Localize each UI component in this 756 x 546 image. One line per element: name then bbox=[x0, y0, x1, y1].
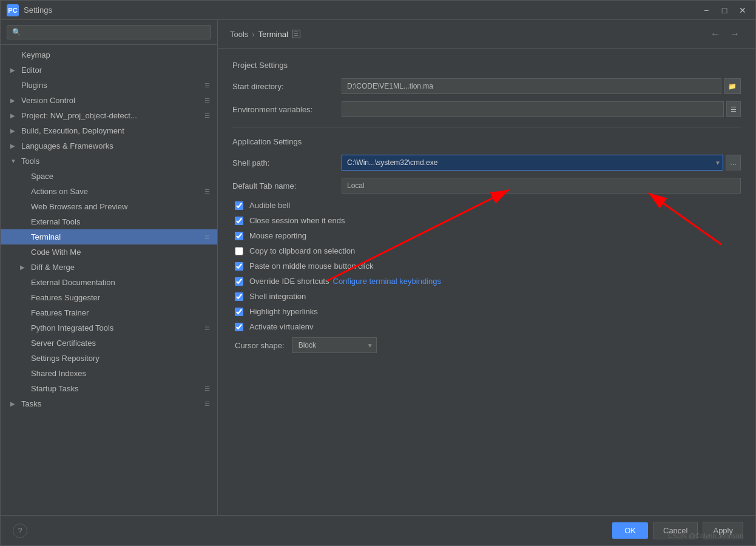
start-directory-browse-button[interactable]: 📁 bbox=[724, 78, 741, 94]
expanded-arrow-icon: ▼ bbox=[10, 158, 19, 164]
shell-integration-checkbox[interactable] bbox=[235, 292, 243, 301]
collapsed-arrow-icon: ▶ bbox=[10, 112, 19, 119]
breadcrumb: Tools › Terminal ☰ bbox=[230, 30, 707, 39]
sidebar-item-external-docs[interactable]: External Documentation bbox=[1, 275, 217, 290]
env-vars-edit-button[interactable]: ☰ bbox=[726, 101, 741, 117]
sidebar-item-project[interactable]: ▶ Project: NW_proj_object-detect... ☰ bbox=[1, 108, 217, 123]
default-tab-row: Default Tab name: bbox=[232, 178, 741, 194]
terminal-icon: ☰ bbox=[203, 233, 211, 241]
collapsed-arrow-icon: ▶ bbox=[10, 400, 19, 407]
override-ide-checkbox[interactable] bbox=[235, 277, 243, 286]
sidebar-item-languages[interactable]: ▶ Languages & Frameworks bbox=[1, 138, 217, 153]
default-tab-control bbox=[342, 178, 741, 194]
shell-integration-label: Shell integration bbox=[249, 292, 306, 301]
bottom-bar: ? OK Cancel Apply CSDN @Colynn Johnson bbox=[1, 515, 755, 545]
back-button[interactable]: ← bbox=[707, 27, 724, 41]
override-ide-row: Override IDE shortcuts Configure termina… bbox=[232, 277, 741, 286]
cursor-shape-select[interactable]: Block Underline Beam bbox=[292, 337, 377, 353]
panel-header: Tools › Terminal ☰ ← → bbox=[218, 20, 755, 49]
mouse-reporting-checkbox[interactable] bbox=[235, 232, 243, 240]
plugins-repo-icon: ☰ bbox=[203, 81, 211, 90]
project-icon: ☰ bbox=[203, 112, 211, 120]
forward-button[interactable]: → bbox=[726, 27, 743, 41]
help-button[interactable]: ? bbox=[13, 524, 27, 538]
sidebar-item-version-control[interactable]: ▶ Version Control ☰ bbox=[1, 93, 217, 108]
sidebar-item-space[interactable]: Space bbox=[1, 169, 217, 184]
mouse-reporting-row: Mouse reporting bbox=[232, 231, 741, 240]
close-session-label: Close session when it ends bbox=[249, 216, 345, 225]
sidebar-item-actions-on-save[interactable]: Actions on Save ☰ bbox=[1, 184, 217, 199]
maximize-button[interactable]: □ bbox=[718, 4, 731, 17]
header-nav: ← → bbox=[707, 27, 743, 41]
right-panel-container: Tools › Terminal ☰ ← → Project Settings bbox=[218, 20, 755, 515]
audible-bell-checkbox[interactable] bbox=[235, 201, 243, 210]
close-button[interactable]: ✕ bbox=[736, 4, 749, 17]
search-input[interactable] bbox=[7, 25, 211, 39]
app-icon: PC bbox=[7, 4, 19, 16]
breadcrumb-current: Terminal bbox=[258, 30, 288, 39]
minimize-button[interactable]: − bbox=[700, 4, 713, 17]
breadcrumb-parent: Tools bbox=[230, 30, 248, 39]
shell-path-browse-button[interactable]: … bbox=[726, 155, 741, 170]
sidebar-item-terminal[interactable]: Terminal ☰ bbox=[1, 229, 217, 244]
shell-path-input[interactable] bbox=[342, 155, 723, 170]
titlebar: PC Settings − □ ✕ bbox=[1, 1, 755, 20]
env-vars-row: Environment variables: ☰ bbox=[232, 101, 741, 117]
configure-keybindings-link[interactable]: Configure terminal keybindings bbox=[333, 277, 441, 286]
app-settings-title: Application Settings bbox=[232, 137, 741, 146]
env-vars-input[interactable] bbox=[342, 101, 724, 117]
sidebar-item-plugins[interactable]: Plugins ☰ bbox=[1, 78, 217, 93]
activate-virtualenv-checkbox[interactable] bbox=[235, 323, 243, 331]
default-tab-input[interactable] bbox=[342, 178, 741, 194]
sidebar-item-diff-merge[interactable]: ▶ Diff & Merge bbox=[1, 260, 217, 275]
default-tab-label: Default Tab name: bbox=[232, 181, 342, 190]
start-directory-label: Start directory: bbox=[232, 82, 342, 91]
vcs-icon: ☰ bbox=[203, 96, 211, 105]
sidebar-item-python-tools[interactable]: Python Integrated Tools ☰ bbox=[1, 320, 217, 335]
cursor-shape-wrapper: Block Underline Beam ▼ bbox=[292, 337, 377, 353]
sidebar-item-startup-tasks[interactable]: Startup Tasks ☰ bbox=[1, 381, 217, 396]
right-panel: Tools › Terminal ☰ ← → Project Settings bbox=[218, 20, 755, 515]
sidebar-item-web-browsers[interactable]: Web Browsers and Preview bbox=[1, 199, 217, 214]
paste-middle-checkbox[interactable] bbox=[235, 262, 243, 271]
start-directory-input[interactable] bbox=[342, 78, 721, 94]
breadcrumb-edit-icon[interactable]: ☰ bbox=[292, 30, 300, 38]
highlight-hyperlinks-checkbox[interactable] bbox=[235, 308, 243, 316]
sidebar-item-shared-indexes[interactable]: Shared Indexes bbox=[1, 366, 217, 381]
env-vars-control: ☰ bbox=[342, 101, 741, 117]
copy-clipboard-label: Copy to clipboard on selection bbox=[249, 246, 355, 255]
close-session-checkbox[interactable] bbox=[235, 217, 243, 225]
paste-middle-row: Paste on middle mouse button click bbox=[232, 261, 741, 271]
shell-integration-row: Shell integration bbox=[232, 292, 741, 301]
copy-clipboard-row: Copy to clipboard on selection bbox=[232, 246, 741, 255]
sidebar-item-build[interactable]: ▶ Build, Execution, Deployment bbox=[1, 123, 217, 138]
audible-bell-label: Audible bell bbox=[249, 201, 290, 210]
sidebar-item-editor[interactable]: ▶ Editor bbox=[1, 62, 217, 78]
python-icon: ☰ bbox=[203, 324, 211, 332]
highlight-hyperlinks-label: Highlight hyperlinks bbox=[249, 307, 318, 316]
sidebar-list: Keymap ▶ Editor Plugins ☰ ▶ Version Cont… bbox=[1, 45, 217, 515]
mouse-reporting-label: Mouse reporting bbox=[249, 231, 306, 240]
sidebar-item-tools[interactable]: ▼ Tools bbox=[1, 153, 217, 169]
sidebar-item-settings-repo[interactable]: Settings Repository bbox=[1, 351, 217, 366]
shell-path-label: Shell path: bbox=[232, 158, 342, 167]
sidebar-item-keymap[interactable]: Keymap bbox=[1, 47, 217, 62]
sidebar-item-features-suggester[interactable]: Features Suggester bbox=[1, 290, 217, 305]
override-ide-label: Override IDE shortcuts bbox=[249, 277, 329, 286]
sidebar-item-tasks[interactable]: ▶ Tasks ☰ bbox=[1, 396, 217, 411]
collapsed-arrow-icon: ▶ bbox=[10, 97, 19, 104]
ok-button[interactable]: OK bbox=[612, 522, 648, 539]
breadcrumb-separator: › bbox=[252, 30, 254, 39]
sidebar-item-server-certs[interactable]: Server Certificates bbox=[1, 335, 217, 351]
panel-body: Project Settings Start directory: 📁 Envi… bbox=[218, 49, 755, 515]
collapsed-arrow-icon: ▶ bbox=[10, 67, 19, 73]
sidebar: Keymap ▶ Editor Plugins ☰ ▶ Version Cont… bbox=[1, 20, 218, 515]
window-controls: − □ ✕ bbox=[700, 4, 749, 17]
paste-middle-label: Paste on middle mouse button click bbox=[249, 261, 374, 271]
sidebar-item-code-with-me[interactable]: Code With Me bbox=[1, 244, 217, 260]
copy-clipboard-checkbox[interactable] bbox=[235, 247, 243, 255]
sidebar-item-features-trainer[interactable]: Features Trainer bbox=[1, 305, 217, 320]
watermark-text: CSDN @Colynn Johnson bbox=[668, 532, 743, 539]
sidebar-item-external-tools[interactable]: External Tools bbox=[1, 214, 217, 229]
collapsed-arrow-icon: ▶ bbox=[10, 143, 19, 149]
